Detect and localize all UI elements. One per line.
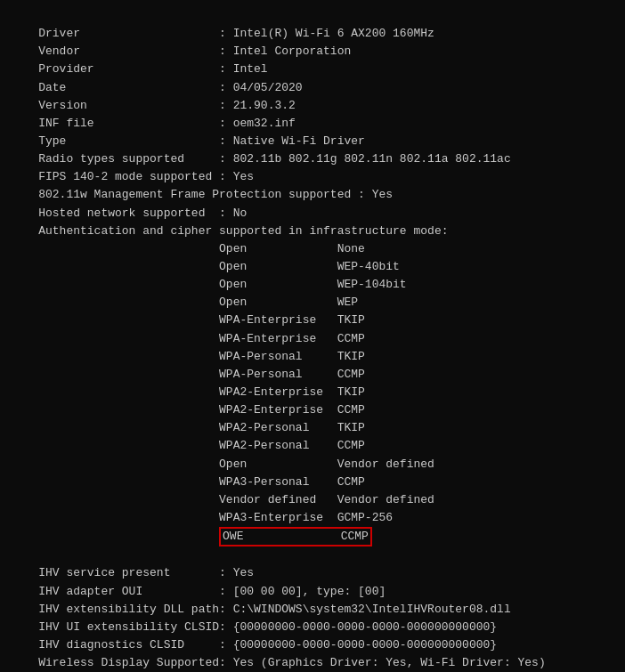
- footer-lines: IHV service present : Yes IHV adapter OU…: [11, 547, 614, 672]
- highlighted-pair-container: OWE CCMP: [11, 527, 614, 547]
- highlighted-owe-row: OWE CCMP: [219, 527, 372, 547]
- main-lines: Driver : Intel(R) Wi-Fi 6 AX200 160MHz V…: [11, 7, 614, 240]
- auth-pairs-container: Open None Open WEP-40bit Open WEP-104bit…: [11, 240, 614, 527]
- terminal-output: Driver : Intel(R) Wi-Fi 6 AX200 160MHz V…: [11, 7, 614, 672]
